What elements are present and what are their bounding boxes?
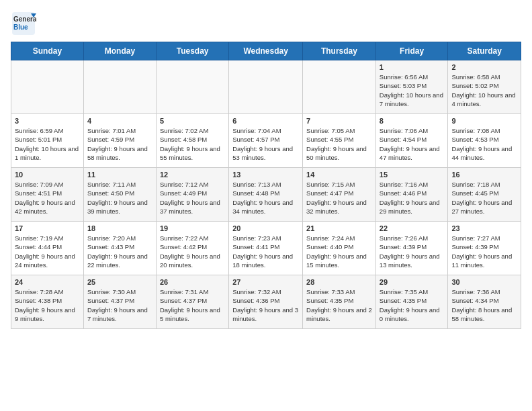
calendar-day-cell: 29Sunrise: 7:35 AM Sunset: 4:35 PM Dayli… [375, 275, 448, 329]
day-info: Sunrise: 7:23 AM Sunset: 4:41 PM Dayligh… [232, 234, 299, 269]
calendar-week-row: 1Sunrise: 6:56 AM Sunset: 5:03 PM Daylig… [11, 60, 521, 114]
calendar-day-cell: 19Sunrise: 7:22 AM Sunset: 4:42 PM Dayli… [156, 222, 228, 275]
day-info: Sunrise: 7:12 AM Sunset: 4:49 PM Dayligh… [160, 180, 225, 216]
day-info: Sunrise: 7:16 AM Sunset: 4:46 PM Dayligh… [380, 180, 445, 216]
day-info: Sunrise: 7:33 AM Sunset: 4:35 PM Dayligh… [306, 287, 372, 323]
calendar-day-cell: 8Sunrise: 7:06 AM Sunset: 4:54 PM Daylig… [375, 114, 448, 168]
day-number: 10 [15, 171, 80, 179]
day-info: Sunrise: 7:20 AM Sunset: 4:43 PM Dayligh… [87, 234, 152, 269]
day-info: Sunrise: 6:59 AM Sunset: 5:01 PM Dayligh… [15, 126, 80, 162]
day-info: Sunrise: 7:26 AM Sunset: 4:39 PM Dayligh… [380, 234, 445, 269]
day-number: 30 [451, 278, 517, 286]
day-info: Sunrise: 7:28 AM Sunset: 4:38 PM Dayligh… [15, 287, 80, 323]
day-number: 25 [87, 278, 152, 286]
day-number: 24 [15, 278, 80, 286]
calendar-day-cell [156, 60, 228, 114]
logo: General Blue [11, 11, 36, 36]
day-number: 2 [451, 63, 517, 71]
day-number: 23 [451, 224, 517, 232]
calendar-day-cell: 6Sunrise: 7:04 AM Sunset: 4:57 PM Daylig… [229, 114, 303, 168]
calendar-day-cell: 26Sunrise: 7:31 AM Sunset: 4:37 PM Dayli… [156, 275, 228, 329]
day-number: 1 [380, 63, 445, 71]
weekday-header: Sunday [11, 42, 84, 60]
calendar-day-cell [303, 60, 376, 114]
svg-text:Blue: Blue [13, 24, 28, 31]
day-number: 18 [87, 224, 152, 232]
calendar-day-cell: 18Sunrise: 7:20 AM Sunset: 4:43 PM Dayli… [83, 222, 156, 275]
calendar-day-cell: 28Sunrise: 7:33 AM Sunset: 4:35 PM Dayli… [303, 275, 376, 329]
day-number: 5 [160, 117, 225, 125]
svg-text:General: General [13, 15, 36, 23]
day-info: Sunrise: 7:36 AM Sunset: 4:34 PM Dayligh… [451, 287, 517, 323]
calendar-day-cell: 21Sunrise: 7:24 AM Sunset: 4:40 PM Dayli… [303, 222, 376, 275]
day-info: Sunrise: 7:27 AM Sunset: 4:39 PM Dayligh… [451, 234, 517, 269]
calendar-day-cell: 7Sunrise: 7:05 AM Sunset: 4:55 PM Daylig… [303, 114, 376, 168]
calendar-day-cell: 4Sunrise: 7:01 AM Sunset: 4:59 PM Daylig… [83, 114, 156, 168]
day-info: Sunrise: 7:31 AM Sunset: 4:37 PM Dayligh… [160, 287, 225, 323]
calendar-day-cell: 24Sunrise: 7:28 AM Sunset: 4:38 PM Dayli… [11, 275, 84, 329]
calendar-day-cell: 15Sunrise: 7:16 AM Sunset: 4:46 PM Dayli… [375, 168, 448, 222]
calendar-week-row: 10Sunrise: 7:09 AM Sunset: 4:51 PM Dayli… [11, 168, 521, 222]
day-number: 8 [380, 117, 445, 125]
calendar-day-cell: 22Sunrise: 7:26 AM Sunset: 4:39 PM Dayli… [375, 222, 448, 275]
day-info: Sunrise: 7:24 AM Sunset: 4:40 PM Dayligh… [306, 234, 372, 269]
day-info: Sunrise: 7:02 AM Sunset: 4:58 PM Dayligh… [160, 126, 225, 162]
day-number: 22 [380, 224, 445, 232]
day-info: Sunrise: 7:13 AM Sunset: 4:48 PM Dayligh… [232, 180, 299, 216]
calendar-day-cell: 20Sunrise: 7:23 AM Sunset: 4:41 PM Dayli… [229, 222, 303, 275]
calendar-day-cell: 23Sunrise: 7:27 AM Sunset: 4:39 PM Dayli… [448, 222, 521, 275]
day-number: 12 [160, 171, 225, 179]
day-number: 13 [232, 171, 299, 179]
calendar-day-cell: 16Sunrise: 7:18 AM Sunset: 4:45 PM Dayli… [448, 168, 521, 222]
calendar-week-row: 3Sunrise: 6:59 AM Sunset: 5:01 PM Daylig… [11, 114, 521, 168]
weekday-header: Monday [83, 42, 156, 60]
calendar-day-cell: 3Sunrise: 6:59 AM Sunset: 5:01 PM Daylig… [11, 114, 84, 168]
day-number: 9 [451, 117, 517, 125]
calendar-day-cell: 11Sunrise: 7:11 AM Sunset: 4:50 PM Dayli… [83, 168, 156, 222]
day-number: 3 [15, 117, 80, 125]
day-info: Sunrise: 7:22 AM Sunset: 4:42 PM Dayligh… [160, 234, 225, 269]
day-info: Sunrise: 7:09 AM Sunset: 4:51 PM Dayligh… [15, 180, 80, 216]
weekday-header: Friday [375, 42, 448, 60]
logo-svg: General Blue [11, 11, 36, 36]
day-number: 20 [232, 224, 299, 232]
day-info: Sunrise: 7:18 AM Sunset: 4:45 PM Dayligh… [451, 180, 517, 216]
weekday-header: Thursday [303, 42, 376, 60]
weekday-header: Saturday [448, 42, 521, 60]
calendar-day-cell: 1Sunrise: 6:56 AM Sunset: 5:03 PM Daylig… [375, 60, 448, 114]
day-info: Sunrise: 7:01 AM Sunset: 4:59 PM Dayligh… [87, 126, 152, 162]
calendar-day-cell: 5Sunrise: 7:02 AM Sunset: 4:58 PM Daylig… [156, 114, 228, 168]
calendar-day-cell: 25Sunrise: 7:30 AM Sunset: 4:37 PM Dayli… [83, 275, 156, 329]
day-number: 15 [380, 171, 445, 179]
day-number: 28 [306, 278, 372, 286]
calendar-day-cell [229, 60, 303, 114]
calendar-header-row: SundayMondayTuesdayWednesdayThursdayFrid… [11, 42, 521, 60]
calendar-week-row: 17Sunrise: 7:19 AM Sunset: 4:44 PM Dayli… [11, 222, 521, 275]
calendar-day-cell: 30Sunrise: 7:36 AM Sunset: 4:34 PM Dayli… [448, 275, 521, 329]
day-info: Sunrise: 7:05 AM Sunset: 4:55 PM Dayligh… [306, 126, 372, 162]
calendar-day-cell: 12Sunrise: 7:12 AM Sunset: 4:49 PM Dayli… [156, 168, 228, 222]
day-number: 29 [380, 278, 445, 286]
day-number: 21 [306, 224, 372, 232]
calendar-table: SundayMondayTuesdayWednesdayThursdayFrid… [11, 42, 521, 329]
calendar-day-cell [83, 60, 156, 114]
day-info: Sunrise: 7:32 AM Sunset: 4:36 PM Dayligh… [232, 287, 299, 323]
day-number: 19 [160, 224, 225, 232]
day-info: Sunrise: 7:30 AM Sunset: 4:37 PM Dayligh… [87, 287, 152, 323]
day-number: 16 [451, 171, 517, 179]
day-number: 14 [306, 171, 372, 179]
day-number: 7 [306, 117, 372, 125]
calendar-day-cell: 17Sunrise: 7:19 AM Sunset: 4:44 PM Dayli… [11, 222, 84, 275]
weekday-header: Wednesday [229, 42, 303, 60]
day-number: 26 [160, 278, 225, 286]
day-number: 6 [232, 117, 299, 125]
day-info: Sunrise: 7:19 AM Sunset: 4:44 PM Dayligh… [15, 234, 80, 269]
day-number: 27 [232, 278, 299, 286]
day-info: Sunrise: 7:35 AM Sunset: 4:35 PM Dayligh… [380, 287, 445, 323]
day-number: 11 [87, 171, 152, 179]
day-info: Sunrise: 6:58 AM Sunset: 5:02 PM Dayligh… [451, 73, 517, 108]
day-info: Sunrise: 7:11 AM Sunset: 4:50 PM Dayligh… [87, 180, 152, 216]
weekday-header: Tuesday [156, 42, 228, 60]
calendar-day-cell: 9Sunrise: 7:08 AM Sunset: 4:53 PM Daylig… [448, 114, 521, 168]
day-info: Sunrise: 7:08 AM Sunset: 4:53 PM Dayligh… [451, 126, 517, 162]
